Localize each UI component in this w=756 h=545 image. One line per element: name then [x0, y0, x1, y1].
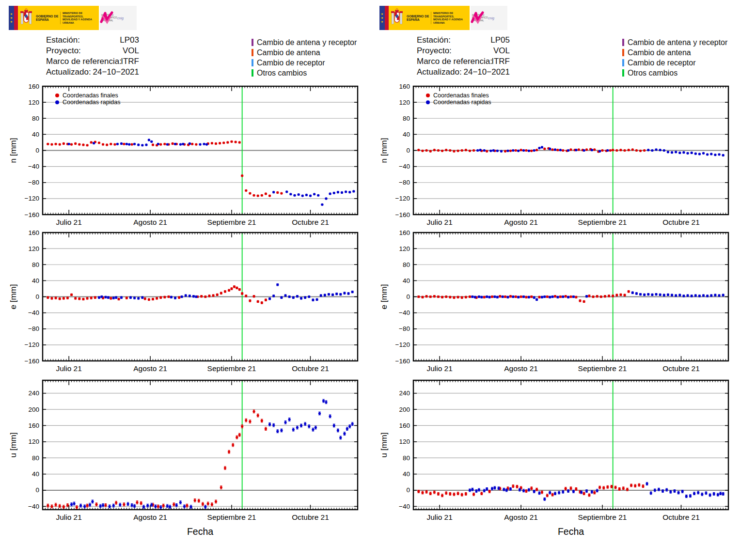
y-tick-label: 120	[399, 99, 410, 106]
x-tick-label: Agosto 21	[504, 513, 538, 521]
x-tick-label: Julio 21	[426, 364, 452, 373]
station-info: Estación:LP05 Proyecto:VOL Marco de refe…	[417, 35, 510, 78]
receptor-label: Cambio de receptor	[257, 59, 325, 67]
ministerio-label: MINISTERIO DE TRANSPORTES, MOVILIDAD Y A…	[431, 12, 469, 24]
estacion-value: LP03	[120, 35, 139, 45]
marco-label: Marco de referencia:	[46, 57, 122, 66]
y-tick-label: 120	[399, 438, 410, 445]
y-tick-label: 0	[406, 147, 410, 154]
y-tick-label: −120	[25, 195, 39, 202]
gridlines	[43, 102, 358, 199]
x-tick-label: Agosto 21	[133, 513, 167, 521]
otros-label: Otros cambios	[257, 69, 307, 78]
y-tick-label: 240	[28, 389, 39, 397]
x-tick-label: Septiembre 21	[578, 513, 627, 521]
points-finales	[47, 140, 283, 197]
y-tick-label: 160	[399, 422, 410, 429]
antena-receptor-label: Cambio de antena y receptor	[257, 38, 357, 47]
y-tick-label: 160	[399, 83, 410, 90]
coat-of-arms-icon	[389, 6, 405, 30]
y-tick-label: 160	[28, 422, 39, 429]
points-rapidas	[68, 139, 355, 206]
estacion-label: Estación:	[417, 35, 451, 45]
chart-lp05-e: −160−120−80−4004080120160Julio 21Agosto …	[371, 225, 739, 375]
estacion-label: Estación:	[46, 35, 80, 45]
y-tick-label: −40	[399, 163, 410, 170]
y-tick-label: 80	[32, 115, 39, 122]
y-tick-label: −40	[399, 309, 410, 316]
gridlines	[43, 393, 358, 507]
otros-swatch	[252, 69, 253, 77]
y-tick-label: 0	[406, 486, 410, 494]
points-rapidas	[70, 399, 354, 509]
y-tick-label: 120	[28, 245, 39, 252]
x-tick-label: Octubre 21	[662, 513, 700, 521]
y-tick-label: 200	[399, 406, 410, 413]
ign-butterfly-icon	[471, 11, 485, 25]
y-tick-label: −80	[399, 325, 410, 332]
y-tick-label: 0	[35, 486, 39, 494]
spain-flag: ★★★	[379, 6, 405, 30]
series-legend-label: Coordenadas rapidas	[433, 99, 491, 106]
flag-blue-band: ★★★	[379, 6, 385, 30]
proyecto-label: Proyecto:	[417, 46, 452, 56]
series-legend-label: Coordenadas finales	[433, 92, 489, 99]
government-text-box: GOBIERNO DE ESPAÑA MINISTERIO DE TRANSPO…	[405, 6, 470, 30]
actualizado-value: 24−10−2021	[93, 67, 140, 77]
antena-receptor-swatch	[622, 39, 624, 46]
antena-receptor-swatch	[252, 39, 253, 46]
antena-swatch	[622, 49, 624, 56]
ministerio-label: MINISTERIO DE TRANSPORTES, MOVILIDAD Y A…	[60, 12, 98, 24]
y-tick-label: 80	[32, 454, 39, 462]
antena-receptor-label: Cambio de antena y receptor	[628, 38, 727, 47]
otros-swatch	[622, 69, 624, 77]
x-tick-label: Octubre 21	[292, 513, 329, 521]
series-legend-label: Coordenadas finales	[63, 92, 118, 99]
actualizado-label: Actualizado:	[46, 67, 91, 77]
gobierno-espana-logo: ★★★ GOBIERNO DE ESPAÑA MINIST	[379, 6, 507, 30]
x-tick-label: Julio 21	[56, 364, 81, 373]
station-column-lp03: ★★★ GOBIERNO DE ESPAÑA MINIST	[0, 0, 368, 545]
marco-value: ITRF	[491, 57, 510, 66]
antena-swatch	[252, 49, 253, 56]
y-tick-label: 160	[399, 229, 410, 236]
y-tick-label: −160	[395, 211, 410, 218]
points-rapidas	[476, 146, 724, 156]
x-tick-label: Julio 21	[426, 513, 452, 521]
series-legend: Coordenadas finalesCoordenadas rapidas	[55, 92, 121, 106]
flag-red-band	[14, 6, 18, 30]
x-tick-label: Agosto 21	[504, 364, 538, 373]
y-tick-label: −40	[399, 503, 410, 510]
coat-of-arms-icon	[18, 6, 34, 30]
gobierno-label: GOBIERNO DE ESPAÑA	[405, 15, 431, 21]
y-tick-label: −40	[28, 503, 39, 510]
y-tick-label: 40	[32, 277, 39, 284]
station-info: Estación:LP03 Proyecto:VOL Marco de refe…	[46, 35, 139, 78]
proyecto-value: VOL	[493, 46, 510, 56]
cnig-label: cnig	[117, 16, 124, 20]
gobierno-label: GOBIERNO DE ESPAÑA	[34, 15, 60, 21]
y-tick-label: 120	[399, 245, 410, 252]
y-tick-label: 0	[406, 293, 410, 300]
y-tick-label: −40	[28, 309, 39, 316]
y-tick-label: −80	[399, 179, 410, 186]
flag-red-band	[385, 6, 389, 30]
y-axis-title: n [mm]	[379, 138, 389, 163]
antena-label: Cambio de antena	[628, 48, 691, 57]
government-text-box: GOBIERNO DE ESPAÑA MINISTERIO DE TRANSPO…	[34, 6, 99, 30]
y-tick-label: −80	[28, 179, 39, 186]
x-tick-label: Julio 21	[56, 513, 81, 521]
y-axis-title: e [mm]	[379, 284, 389, 310]
ign-logo: INSTITUTO GEOGRÁFICO NACIONAL cnig	[100, 6, 137, 30]
y-tick-label: 160	[28, 83, 39, 90]
points-finales	[47, 285, 267, 304]
chart-lp03-n: −160−120−80−4004080120160Julio 21Agosto …	[0, 79, 368, 229]
actualizado-label: Actualizado:	[417, 67, 462, 77]
estacion-value: LP05	[490, 35, 510, 45]
y-tick-label: 160	[28, 229, 39, 236]
x-tick-label: Octubre 21	[662, 364, 700, 373]
chart-lp05-u: −4004080120160200240Julio 21Agosto 21Sep…	[371, 373, 739, 540]
y-tick-label: −160	[395, 358, 410, 365]
y-tick-label: −120	[395, 341, 410, 348]
antena-label: Cambio de antena	[257, 48, 320, 57]
